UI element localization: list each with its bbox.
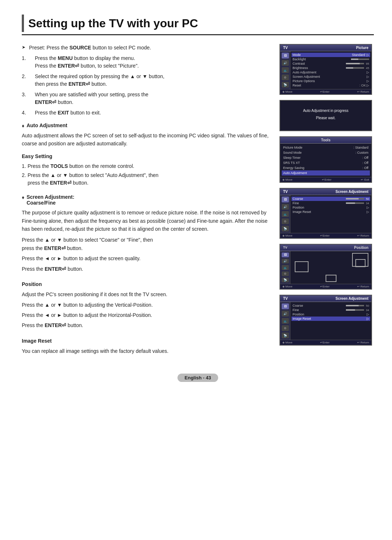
main-layout: Preset: Press the SOURCE button to selec… bbox=[22, 44, 374, 363]
screen-adj2-icon-1: 🖼 bbox=[282, 303, 289, 309]
screen-adj-footer-1: ◈ Move ↵Enter ↩ Return bbox=[280, 233, 371, 238]
auto-adj-line2: Please wait. bbox=[284, 115, 368, 121]
easy-setting-title: Easy Setting bbox=[22, 152, 272, 160]
left-column: Preset: Press the SOURCE button to selec… bbox=[22, 44, 272, 363]
tools-row-srs: SRS TS XT: Off bbox=[283, 160, 368, 165]
intro-step3: 3. When you are satisfied with your sett… bbox=[22, 91, 272, 106]
tv-row-picture-opts: Picture Options ▷ bbox=[293, 79, 369, 83]
tv-row-brightness: Brightness 45 bbox=[293, 66, 369, 70]
auto-adjustment-section: ♦ Auto Adjustment Auto adjustment allows… bbox=[22, 122, 272, 187]
tv-picture-body: 🖼 🔊 📺 ⚙ 📡 Mode Standard ▷ Backlight bbox=[280, 51, 371, 89]
tv-picture-footer: ◈ Move ↵Enter ↩ Return bbox=[280, 89, 371, 94]
screen-adj-footer-return-2: ↩ Return bbox=[357, 341, 369, 344]
screen-adj2-icon-2: 🔊 bbox=[282, 311, 289, 317]
screen-adj-body3: Press the ◄ or ► button to adjust the sc… bbox=[22, 254, 272, 262]
right-column: TV Picture 🖼 🔊 📺 ⚙ 📡 Mode Standard ▷ bbox=[279, 44, 374, 363]
screen-adj2-icon-4: ⚙ bbox=[282, 325, 289, 331]
screen-adj-sidebar-1: 🖼 🔊 📺 ⚙ 📡 bbox=[280, 195, 290, 233]
pos-rect-medium-left bbox=[295, 261, 309, 272]
image-reset-body: You can replace all image settings with … bbox=[22, 347, 272, 355]
tv-icon-4: ⚙ bbox=[282, 74, 289, 80]
tools-row-auto-adj: Auto Adjustment bbox=[282, 170, 370, 176]
screen-adj-body2: Press the ▲ or ▼ button to select "Coars… bbox=[22, 236, 272, 252]
tools-screen: Tools Picture Mode: Standard Sound Mode:… bbox=[279, 136, 372, 183]
pos-icon-4: ⚙ bbox=[282, 271, 289, 276]
tv-row-mode: Mode Standard ▷ bbox=[291, 53, 370, 57]
tv-icon-2: 🔊 bbox=[282, 60, 289, 66]
tv-picture-content: Mode Standard ▷ Backlight Contrast bbox=[290, 51, 371, 89]
auto-adjustment-body: Auto adjustment allows the PC screen of … bbox=[22, 132, 272, 148]
screen-adj-content-1: Coarse 50 Fine 34 Posi bbox=[290, 195, 371, 233]
screen-adj-row-fine: Fine 34 bbox=[293, 201, 369, 205]
screen-adj-footer-return-1: ↩ Return bbox=[357, 234, 369, 237]
position-body4: Press the ENTER⏎ button. bbox=[22, 321, 272, 329]
position-body-area: 🖼 🔊 📺 ⚙ 📡 bbox=[280, 251, 371, 284]
screen-adj-icon-1: 🖼 bbox=[282, 197, 289, 202]
tv-picture-screen: TV Picture 🖼 🔊 📺 ⚙ 📡 Mode Standard ▷ bbox=[279, 44, 372, 95]
position-screen: TV Position 🖼 🔊 📺 ⚙ 📡 bbox=[279, 244, 372, 290]
screen-adj-footer-2: ◈ Move ↵Enter ↩ Return bbox=[280, 340, 371, 345]
pos-title: Position bbox=[354, 246, 368, 250]
easy-setting-block: Easy Setting Press the TOOLS button on t… bbox=[22, 152, 272, 187]
page-title-container: Setting up the TV with your PC bbox=[22, 15, 374, 35]
screen-adj-header-right-1: Screen Adjustment bbox=[335, 190, 368, 194]
image-reset-section: Image Reset You can replace all image se… bbox=[22, 337, 272, 355]
pos-icon-3: 📺 bbox=[282, 265, 289, 270]
screen-adj-body-2: 🖼 🔊 📺 ⚙ 📡 Coarse 50 Fine bbox=[280, 302, 371, 340]
position-sidebar: 🖼 🔊 📺 ⚙ 📡 bbox=[280, 251, 290, 284]
page-title: Setting up the TV with your PC bbox=[28, 17, 198, 30]
title-bar bbox=[22, 15, 24, 32]
screen-adj2-row-position: Position ▷ bbox=[293, 312, 369, 317]
tools-row-sleep-timer: Sleep Timer: Off bbox=[283, 155, 368, 160]
tools-row-sound-mode: Sound Mode: Custom bbox=[283, 150, 368, 155]
screen-adj2-row-fine: Fine 34 bbox=[293, 308, 369, 312]
diamond-icon-2: ♦ bbox=[22, 194, 24, 200]
position-canvas bbox=[290, 251, 371, 284]
pos-footer-enter: ↵Enter bbox=[320, 285, 330, 288]
position-title: Position bbox=[22, 280, 272, 288]
screen-adj-footer-enter-2: ↵Enter bbox=[320, 341, 330, 344]
screen-adj-body-1: 🖼 🔊 📺 ⚙ 📡 Coarse 50 Fine bbox=[280, 195, 371, 233]
tools-header: Tools bbox=[280, 137, 371, 144]
screen-adj-icon-5: 📡 bbox=[282, 226, 289, 231]
tv-row-auto-adj: Auto Adjustment ▷ bbox=[293, 70, 369, 74]
screen-adj-header-1: TV Screen Adjustment bbox=[280, 189, 371, 195]
screen-adj-header-right-2: Screen Adjustment bbox=[335, 297, 368, 301]
tv-row-reset: Reset : OK ▷ bbox=[293, 83, 369, 88]
screen-adj-icon-4: ⚙ bbox=[282, 218, 289, 224]
tv-header-right: Picture bbox=[356, 46, 368, 50]
screen-adj-screen-2: TV Screen Adjustment 🖼 🔊 📺 ⚙ 📡 Coarse bbox=[279, 295, 372, 346]
screen-adj-row-reset: Image Reset ▷ bbox=[293, 210, 369, 214]
tv-header-left: TV bbox=[283, 46, 288, 50]
tools-footer: ◈ Move ↵Enter ↩ Exit bbox=[280, 177, 371, 182]
tv-row-backlight: Backlight bbox=[293, 57, 369, 61]
tv-row-screen-adj: Screen Adjustment ▷ bbox=[293, 74, 369, 79]
pos-rect-small-right bbox=[355, 259, 366, 267]
tools-footer-exit: ↩ Exit bbox=[361, 178, 369, 181]
screen-adj-body1: The purpose of picture quality adjustmen… bbox=[22, 209, 272, 233]
screen-adj-header-left-1: TV bbox=[283, 190, 288, 194]
screen-adj-content-2: Coarse 50 Fine 34 Posi bbox=[290, 302, 371, 340]
position-footer: ◈ Move ↵Enter ↩ Return bbox=[280, 284, 371, 289]
tv-footer-enter: ↵Enter bbox=[320, 90, 330, 93]
screen-adj-footer-move-2: ◈ Move bbox=[282, 341, 293, 344]
screen-adj-sidebar-2: 🖼 🔊 📺 ⚙ 📡 bbox=[280, 302, 290, 340]
diamond-icon: ♦ bbox=[22, 123, 24, 129]
easy-step1: Press the TOOLS button on the remote con… bbox=[22, 162, 272, 170]
tv-sidebar: 🖼 🔊 📺 ⚙ 📡 bbox=[280, 51, 290, 89]
easy-setting-list: Press the TOOLS button on the remote con… bbox=[22, 162, 272, 187]
easy-step2: Press the ▲ or ▼ button to select "Auto … bbox=[22, 172, 272, 187]
auto-adjustment-title: ♦ Auto Adjustment bbox=[22, 122, 272, 129]
screen-adj2-row-imgreset: Image Reset ▷ bbox=[291, 317, 370, 321]
tv-picture-header: TV Picture bbox=[280, 45, 371, 51]
pos-footer-return: ↩ Return bbox=[357, 285, 369, 288]
screen-adj-body4: Press the ENTER⏎ button. bbox=[22, 265, 272, 273]
intro-preset: Preset: Press the SOURCE button to selec… bbox=[22, 44, 272, 52]
position-body1: Adjust the PC's screen positioning if it… bbox=[22, 290, 272, 298]
tv-footer-return: ↩ Return bbox=[357, 90, 369, 93]
tv-icon-3: 📺 bbox=[282, 67, 289, 73]
tv-icon-1: 🖼 bbox=[282, 53, 289, 59]
screen-adj-icon-2: 🔊 bbox=[282, 204, 289, 210]
tv-footer-move: ◈ Move bbox=[282, 90, 293, 93]
pos-tv-label: TV bbox=[283, 246, 287, 249]
